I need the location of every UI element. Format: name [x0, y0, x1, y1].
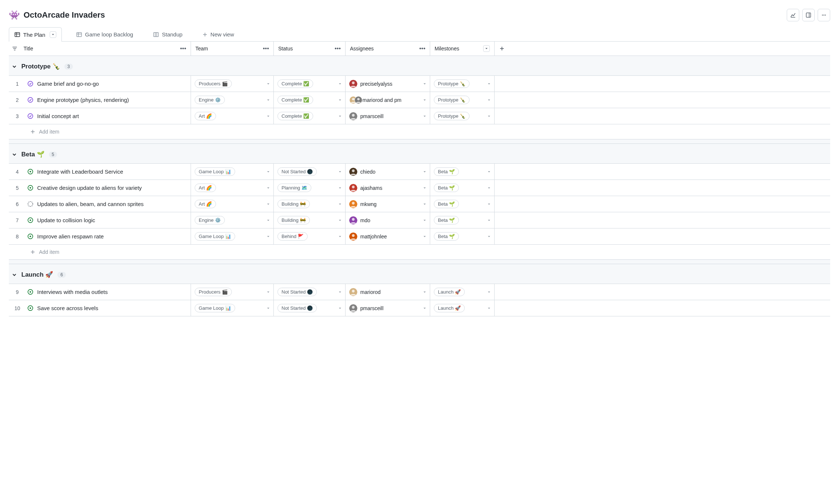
cell-dropdown[interactable]: [267, 187, 270, 189]
cell-dropdown[interactable]: [423, 187, 426, 189]
status-cell[interactable]: Behind 🚩: [274, 228, 346, 244]
group-collapse-toggle[interactable]: [12, 152, 17, 157]
table-row[interactable]: 6Updates to alien, beam, and cannon spri…: [9, 196, 830, 212]
status-cell[interactable]: Complete ✅: [274, 76, 346, 92]
team-cell[interactable]: Art 🌈: [191, 108, 274, 124]
team-cell[interactable]: Game Loop 📊: [191, 300, 274, 316]
cell-dropdown[interactable]: [488, 170, 491, 173]
panel-button[interactable]: [802, 9, 815, 21]
row-title-cell[interactable]: Integrate with Leaderboard Service: [26, 164, 191, 180]
cell-dropdown[interactable]: [267, 219, 270, 222]
table-row[interactable]: 1Game brief and go-no-goProducers 🎬Compl…: [9, 76, 830, 92]
cell-dropdown[interactable]: [488, 235, 491, 238]
team-cell[interactable]: Game Loop 📊: [191, 228, 274, 244]
tab-the-plan[interactable]: The Plan: [9, 27, 62, 42]
cell-dropdown[interactable]: [267, 291, 270, 294]
cell-dropdown[interactable]: [339, 99, 341, 102]
cell-dropdown[interactable]: [267, 203, 270, 206]
cell-dropdown[interactable]: [267, 235, 270, 238]
cell-dropdown[interactable]: [267, 307, 270, 310]
milestone-cell[interactable]: Beta 🌱: [430, 196, 495, 212]
cell-dropdown[interactable]: [423, 115, 426, 118]
cell-dropdown[interactable]: [488, 187, 491, 189]
cell-dropdown[interactable]: [488, 115, 491, 118]
status-cell[interactable]: Planning 🗺️: [274, 180, 346, 196]
column-menu-button[interactable]: •••: [334, 45, 341, 52]
milestone-cell[interactable]: Prototype 🍾: [430, 76, 495, 92]
cell-dropdown[interactable]: [423, 99, 426, 102]
tab-menu-toggle[interactable]: [50, 31, 56, 38]
team-cell[interactable]: Art 🌈: [191, 196, 274, 212]
cell-dropdown[interactable]: [267, 170, 270, 173]
milestone-cell[interactable]: Beta 🌱: [430, 228, 495, 244]
cell-dropdown[interactable]: [267, 99, 270, 102]
cell-dropdown[interactable]: [423, 203, 426, 206]
status-cell[interactable]: Building 🚧: [274, 196, 346, 212]
cell-dropdown[interactable]: [423, 170, 426, 173]
row-title-cell[interactable]: Updates to alien, beam, and cannon sprit…: [26, 196, 191, 212]
team-cell[interactable]: Game Loop 📊: [191, 164, 274, 180]
row-title-cell[interactable]: Engine prototype (physics, rendering): [26, 92, 191, 108]
milestone-cell[interactable]: Beta 🌱: [430, 212, 495, 228]
cell-dropdown[interactable]: [423, 307, 426, 310]
status-cell[interactable]: Not Started 🌑: [274, 284, 346, 300]
milestone-cell[interactable]: Launch 🚀: [430, 300, 495, 316]
row-title-cell[interactable]: Initial concept art: [26, 108, 191, 124]
group-collapse-toggle[interactable]: [12, 272, 17, 277]
cell-dropdown[interactable]: [339, 235, 341, 238]
filter-icon[interactable]: [12, 46, 18, 52]
milestone-cell[interactable]: Launch 🚀: [430, 284, 495, 300]
assignees-cell[interactable]: mattjohnlee: [346, 228, 430, 244]
new-view-button[interactable]: New view: [197, 27, 240, 41]
cell-dropdown[interactable]: [339, 115, 341, 118]
add-item-button[interactable]: Add item: [9, 245, 830, 260]
group-collapse-toggle[interactable]: [12, 64, 17, 69]
milestone-cell[interactable]: Beta 🌱: [430, 180, 495, 196]
cell-dropdown[interactable]: [267, 115, 270, 118]
row-title-cell[interactable]: Creative design update to aliens for var…: [26, 180, 191, 196]
assignees-cell[interactable]: mariorod and pm: [346, 92, 430, 108]
cell-dropdown[interactable]: [423, 235, 426, 238]
insights-button[interactable]: [787, 9, 799, 21]
status-cell[interactable]: Not Started 🌑: [274, 300, 346, 316]
cell-dropdown[interactable]: [488, 307, 491, 310]
row-title-cell[interactable]: Save score across levels: [26, 300, 191, 316]
cell-dropdown[interactable]: [488, 291, 491, 294]
row-title-cell[interactable]: Interviews with media outlets: [26, 284, 191, 300]
assignees-cell[interactable]: preciselyalyss: [346, 76, 430, 92]
assignees-cell[interactable]: mkwng: [346, 196, 430, 212]
cell-dropdown[interactable]: [488, 82, 491, 85]
assignees-cell[interactable]: chiedo: [346, 164, 430, 180]
assignees-cell[interactable]: pmarsceill: [346, 300, 430, 316]
status-cell[interactable]: Complete ✅: [274, 92, 346, 108]
column-menu-button[interactable]: •••: [419, 45, 425, 52]
tab-game-loop-backlog[interactable]: Game loop Backlog: [71, 27, 139, 41]
column-menu-button[interactable]: •••: [263, 45, 269, 52]
team-cell[interactable]: Producers 🎬: [191, 76, 274, 92]
status-cell[interactable]: Complete ✅: [274, 108, 346, 124]
cell-dropdown[interactable]: [488, 219, 491, 222]
milestone-cell[interactable]: Prototype 🍾: [430, 108, 495, 124]
cell-dropdown[interactable]: [488, 203, 491, 206]
assignees-cell[interactable]: pmarsceill: [346, 108, 430, 124]
row-title-cell[interactable]: Game brief and go-no-go: [26, 76, 191, 92]
column-menu-button[interactable]: •••: [180, 45, 186, 52]
table-row[interactable]: 5Creative design update to aliens for va…: [9, 180, 830, 196]
team-cell[interactable]: Art 🌈: [191, 180, 274, 196]
assignees-cell[interactable]: ajashams: [346, 180, 430, 196]
cell-dropdown[interactable]: [339, 187, 341, 189]
table-row[interactable]: 3Initial concept artArt 🌈Complete ✅pmars…: [9, 108, 830, 124]
table-row[interactable]: 2Engine prototype (physics, rendering)En…: [9, 92, 830, 108]
cell-dropdown[interactable]: [339, 170, 341, 173]
team-cell[interactable]: Producers 🎬: [191, 284, 274, 300]
cell-dropdown[interactable]: [339, 307, 341, 310]
cell-dropdown[interactable]: [488, 99, 491, 102]
row-title-cell[interactable]: Update to collision logic: [26, 212, 191, 228]
cell-dropdown[interactable]: [267, 82, 270, 85]
cell-dropdown[interactable]: [423, 219, 426, 222]
cell-dropdown[interactable]: [423, 82, 426, 85]
more-options-button[interactable]: [818, 9, 830, 21]
table-row[interactable]: 8Improve alien respawn rateGame Loop 📊Be…: [9, 228, 830, 245]
assignees-cell[interactable]: mariorod: [346, 284, 430, 300]
table-row[interactable]: 9Interviews with media outletsProducers …: [9, 284, 830, 300]
